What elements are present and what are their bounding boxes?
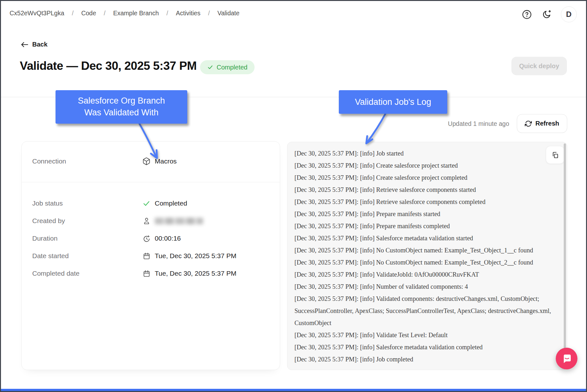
refresh-icon <box>525 120 532 127</box>
refresh-button[interactable]: Refresh <box>517 114 567 133</box>
breadcrumb-separator: / <box>167 10 168 17</box>
log-line: [Dec 30, 2025 5:37 PM]: [info] Prepare m… <box>294 208 559 220</box>
log-line: [Dec 30, 2025 5:37 PM]: [info] Number of… <box>294 280 559 293</box>
log-content: [Dec 30, 2025 5:37 PM]: [info] Job start… <box>294 147 559 365</box>
chat-launcher-button[interactable] <box>556 348 577 369</box>
log-line: [Dec 30, 2025 5:37 PM]: [info] Salesforc… <box>294 232 559 244</box>
status-badge-label: Completed <box>217 64 248 71</box>
copy-icon <box>552 151 559 159</box>
log-line: [Dec 30, 2025 5:37 PM]: [info] Retrieve … <box>294 196 559 208</box>
calendar-icon <box>142 269 151 278</box>
breadcrumb-item-code[interactable]: Code <box>81 10 96 17</box>
user-avatar[interactable]: D <box>561 6 577 22</box>
log-line: [Dec 30, 2025 5:37 PM]: [info] Salesforc… <box>294 341 559 353</box>
log-line: [Dec 30, 2025 5:37 PM]: [info] Validated… <box>294 293 559 329</box>
breadcrumb-separator: / <box>208 10 210 17</box>
dark-mode-moon-icon[interactable] <box>541 9 552 20</box>
log-line: [Dec 30, 2025 5:37 PM]: [info] Create sa… <box>294 159 559 171</box>
log-line: [Dec 30, 2025 5:37 PM]: [info] Retrieve … <box>294 184 559 196</box>
log-scrollbar[interactable] <box>564 143 566 368</box>
job-status-value: Completed <box>155 200 187 207</box>
validation-log-panel: [Dec 30, 2025 5:37 PM]: [info] Job start… <box>287 142 567 370</box>
arrow-to-log <box>367 114 385 143</box>
breadcrumb-item-project[interactable]: Cx52eWvQt3PLgka <box>10 10 64 17</box>
check-icon <box>142 199 151 207</box>
duration-value: 00:00:16 <box>155 235 181 242</box>
page-title: Validate — Dec 30, 2025 5:37 PM <box>20 59 197 73</box>
breadcrumb-item-activities[interactable]: Activities <box>176 10 200 17</box>
breadcrumb-item-branch[interactable]: Example Branch <box>113 10 159 17</box>
annotation-callout-log: Validation Job's Log <box>339 90 447 114</box>
cube-icon <box>142 157 151 165</box>
topbar-actions: D <box>521 6 577 22</box>
chat-bubble-icon <box>561 353 572 364</box>
log-line: [Dec 30, 2025 5:37 PM]: [info] Create sa… <box>294 171 559 184</box>
log-line: [Dec 30, 2025 5:37 PM]: [info] No Custom… <box>294 244 559 256</box>
copy-log-button[interactable] <box>546 146 564 164</box>
detail-label: Created by <box>32 217 65 225</box>
breadcrumb-separator: / <box>72 10 73 17</box>
detail-label: Date started <box>32 252 69 260</box>
back-arrow-icon <box>20 41 28 48</box>
annotation-callout-connection: Salesforce Org Branch Was Validated With <box>56 90 187 124</box>
avatar-initial: D <box>566 10 571 19</box>
log-line: [Dec 30, 2025 5:37 PM]: [info] ValidateJ… <box>294 268 559 280</box>
timer-icon <box>142 234 151 243</box>
breadcrumb-item-validate[interactable]: Validate <box>218 10 240 17</box>
breadcrumb-separator: / <box>104 10 105 17</box>
breadcrumb: Cx52eWvQt3PLgka / Code / Example Branch … <box>10 10 240 17</box>
back-label: Back <box>32 41 48 48</box>
person-icon <box>142 217 151 225</box>
status-badge: Completed <box>200 60 255 74</box>
created-by-blurred-value <box>155 218 203 224</box>
bottom-accent-line <box>0 389 587 391</box>
detail-label: Duration <box>32 235 57 242</box>
card-divider <box>22 182 280 182</box>
quick-deploy-button[interactable]: Quick deploy <box>511 57 567 75</box>
log-line: [Dec 30, 2025 5:37 PM]: [info] Validate … <box>294 329 559 341</box>
annotation-line: Validation Job's Log <box>355 96 431 108</box>
connection-value[interactable]: Macros <box>155 157 177 165</box>
log-line: [Dec 30, 2025 5:37 PM]: [info] Job start… <box>294 147 559 159</box>
annotation-line: Salesforce Org Branch <box>56 95 187 107</box>
detail-label: Job status <box>32 200 63 207</box>
back-button[interactable]: Back <box>20 41 48 48</box>
log-line: [Dec 30, 2025 5:37 PM]: [info] No Custom… <box>294 256 559 268</box>
job-details-card: Connection Macros Job status <box>21 141 280 370</box>
date-started-value: Tue, Dec 30, 2025 5:37 PM <box>155 252 236 260</box>
log-line: [Dec 30, 2025 5:37 PM]: [info] Job compl… <box>294 353 559 365</box>
completed-date-value: Tue, Dec 30, 2025 5:37 PM <box>155 270 236 277</box>
help-icon[interactable] <box>521 9 532 20</box>
refresh-label: Refresh <box>535 120 559 127</box>
detail-label: Completed date <box>32 270 79 277</box>
annotation-line: Was Validated With <box>56 107 187 119</box>
updated-timestamp: Updated 1 minute ago <box>434 120 509 127</box>
detail-label: Connection <box>32 157 66 165</box>
check-icon <box>207 64 213 70</box>
validate-job-page: Cx52eWvQt3PLgka / Code / Example Branch … <box>0 0 587 392</box>
calendar-icon <box>142 252 151 260</box>
log-line: [Dec 30, 2025 5:37 PM]: [info] Prepare m… <box>294 220 559 232</box>
